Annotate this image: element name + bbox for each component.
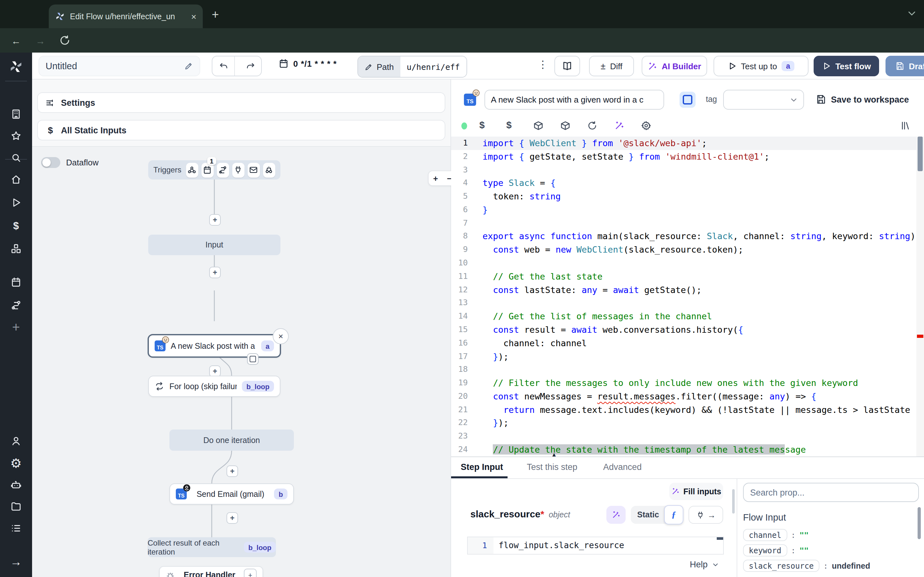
sidebar-item-route-icon[interactable] (11, 300, 21, 311)
editor-scrollbar[interactable] (916, 137, 924, 456)
code-line[interactable]: 20 const newMessages = result.messages.f… (451, 390, 924, 403)
trigger-route-button[interactable] (216, 163, 229, 177)
code-line[interactable]: 13 (451, 297, 924, 310)
step-node-send-email[interactable]: TS Send Email (gmail) b (170, 484, 294, 504)
tag-select[interactable] (723, 90, 804, 110)
step-module-button[interactable] (247, 353, 258, 365)
step-node-slack[interactable]: TSA new Slack post with a given wor...a (148, 334, 281, 358)
ai-suggest-button[interactable] (606, 506, 626, 524)
code-line[interactable]: 6} (451, 203, 924, 217)
add-step-button[interactable]: + (226, 512, 238, 524)
right-column-scrollbar-thumb[interactable] (918, 507, 921, 539)
tab-advanced[interactable]: Advanced (603, 462, 642, 472)
code-line[interactable]: 7 (451, 216, 924, 230)
flow-graph[interactable]: Dataflow Triggers 1 + − + Input + TSA ne… (32, 147, 451, 577)
reload-icon[interactable] (587, 121, 598, 131)
ai-builder-button[interactable]: AI Builder (642, 56, 707, 76)
draft-button[interactable]: Draft (885, 56, 924, 76)
code-line[interactable]: 24 // Update the state with the timestam… (451, 443, 924, 456)
step-checkbox[interactable] (680, 92, 696, 108)
trigger-plug-button[interactable] (232, 163, 244, 177)
code-line[interactable]: 2import { getState, setState } from 'win… (451, 150, 924, 163)
sidebar-item-folder-icon[interactable] (11, 501, 21, 512)
schedule-button[interactable]: 0 */1 * * * * (278, 58, 337, 69)
add-step-button[interactable]: + (209, 214, 221, 226)
path-value[interactable]: u/henri/eff (401, 56, 467, 77)
code-line[interactable]: 21 return message.text.includes(keyword)… (451, 403, 924, 416)
add-step-button[interactable]: + (209, 366, 221, 377)
sidebar-item-home-icon[interactable] (11, 174, 21, 185)
chevron-down-icon[interactable] (906, 8, 918, 19)
code-line[interactable]: 5 token: string (451, 190, 924, 203)
expression-mode-button[interactable]: ƒ (664, 505, 683, 524)
zoom-in-button[interactable]: + (433, 173, 438, 183)
input-node[interactable]: Input (148, 235, 280, 255)
sidebar-item-cubes-icon[interactable] (11, 243, 21, 254)
dataflow-toggle[interactable] (41, 157, 60, 168)
step-summary-input[interactable]: A new Slack post with a given word in a … (485, 90, 664, 110)
code-line[interactable]: 8export async function main(slack_resour… (451, 230, 924, 243)
code-line[interactable]: 11 // Get the last state (451, 270, 924, 284)
code-line[interactable]: 17 }); (451, 350, 924, 363)
prop-pill[interactable]: slack_resource (743, 560, 819, 572)
back-icon[interactable]: ← (10, 35, 22, 46)
add-step-button[interactable]: + (209, 267, 221, 278)
triggers-bar[interactable]: Triggers 1 (148, 160, 280, 179)
code-line[interactable]: 18 (451, 363, 924, 377)
code-line[interactable]: 9 const web = new WebClient(slack_resour… (451, 243, 924, 257)
code-line[interactable]: 16 channel: channel (451, 336, 924, 350)
code-line[interactable]: 22 }); (451, 416, 924, 430)
undo-button[interactable] (212, 56, 235, 76)
test-up-to-button[interactable]: Test up to a (714, 56, 809, 76)
package-icon[interactable] (533, 121, 543, 131)
trigger-schedule-button[interactable]: 1 (201, 163, 213, 177)
expression-editor[interactable]: 1 flow_input.slack_resource (467, 537, 724, 554)
sidebar-item-list-icon[interactable] (11, 523, 21, 534)
code-line[interactable]: 14 // Get the list of messages in the ch… (451, 309, 924, 323)
new-tab-button[interactable]: + (212, 8, 219, 22)
sidebar-item-play-icon[interactable] (11, 197, 21, 208)
sidebar-item-star-icon[interactable] (11, 131, 21, 141)
assets-icon[interactable]: $ (479, 119, 485, 130)
code-line[interactable]: 4type Slack = { (451, 177, 924, 190)
windmill-logo-icon[interactable] (9, 60, 23, 74)
tab-close-icon[interactable]: × (191, 11, 196, 21)
code-line[interactable]: 1import { WebClient } from '@slack/web-a… (451, 137, 924, 150)
code-editor[interactable]: 1import { WebClient } from '@slack/web-a… (451, 137, 924, 456)
sidebar-item-robot-icon[interactable] (11, 479, 21, 490)
tab-step-input[interactable]: Step Input (461, 462, 503, 472)
path-label-segment[interactable]: Path (358, 56, 401, 77)
sidebar-item-dollar-icon[interactable]: $ (11, 220, 21, 231)
save-to-workspace-button[interactable]: Save to workspace (816, 94, 909, 105)
sidebar-item-person-icon[interactable] (11, 436, 21, 446)
error-handler-node[interactable]: Error Handler + (159, 566, 263, 577)
input-mode-toggle[interactable]: Static ƒ (631, 506, 683, 524)
search-prop-input[interactable]: Search prop... (743, 483, 919, 502)
sidebar-item-gear-icon[interactable]: ⚙ (11, 458, 21, 468)
code-line[interactable]: 12 const lastState: any = await getState… (451, 283, 924, 297)
diff-button[interactable]: ± Diff (589, 56, 634, 76)
variables-icon[interactable]: $ (506, 119, 512, 130)
code-line[interactable]: 23 (451, 430, 924, 443)
sidebar-item-building-icon[interactable] (11, 109, 21, 119)
expr-value[interactable]: flow_input.slack_resource (493, 537, 723, 554)
code-line[interactable]: 15 const result = await web.conversation… (451, 323, 924, 337)
prop-pill[interactable]: keyword (743, 544, 787, 556)
code-line[interactable]: 3 (451, 163, 924, 177)
gear-icon[interactable] (641, 121, 651, 131)
step-node-forloop[interactable]: For loop (skip failures) b_loop (148, 376, 280, 397)
editor-scrollbar-thumb[interactable] (918, 137, 923, 171)
sidebar-item-search-icon[interactable] (11, 152, 21, 163)
reload-icon[interactable] (59, 35, 71, 46)
collect-result-node[interactable]: Collect result of each iteration b_loop (148, 537, 276, 557)
trigger-poll-button[interactable] (263, 163, 275, 177)
more-options-kebab-icon[interactable]: ⋮ (538, 58, 548, 71)
redo-button[interactable] (239, 56, 261, 76)
do-one-iteration-node[interactable]: Do one iteration (170, 430, 294, 451)
flow-name-input[interactable]: Untitled (39, 56, 200, 76)
trigger-mail-button[interactable] (248, 163, 260, 177)
path-control[interactable]: Path u/henri/eff (357, 56, 467, 77)
sidebar-item-calendar-icon[interactable] (11, 277, 21, 287)
sidebar-item-plus-icon[interactable]: + (11, 322, 21, 332)
left-column-scrollbar-thumb[interactable] (732, 489, 735, 514)
